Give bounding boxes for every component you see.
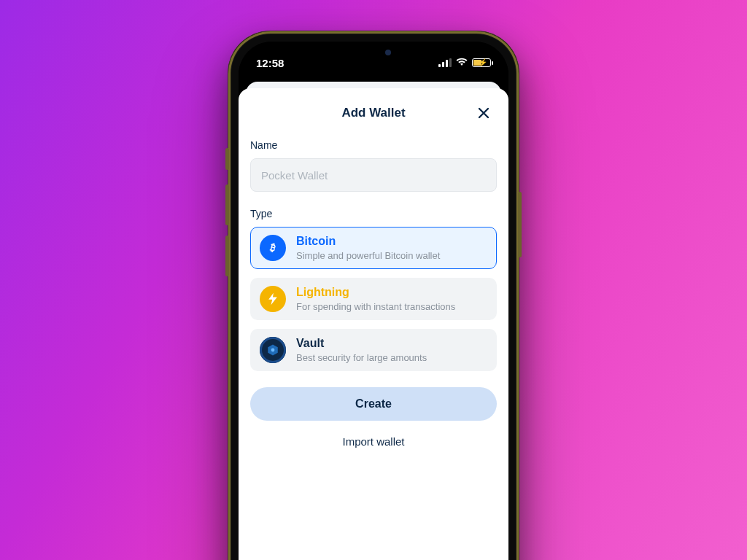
lightning-icon (260, 286, 286, 312)
wallet-type-title: Lightning (296, 286, 455, 299)
import-wallet-link[interactable]: Import wallet (250, 435, 497, 448)
type-label: Type (250, 208, 497, 219)
name-label: Name (250, 139, 497, 151)
wallet-type-texts: Bitcoin Simple and powerful Bitcoin wall… (296, 235, 440, 260)
wallet-type-title: Bitcoin (296, 235, 440, 248)
wallet-type-desc: For spending with instant transactions (296, 301, 455, 312)
cellular-icon (438, 58, 452, 67)
wallet-type-lightning[interactable]: Lightning For spending with instant tran… (250, 278, 497, 320)
wallet-type-texts: Vault Best security for large amounts (296, 337, 427, 362)
wallet-type-texts: Lightning For spending with instant tran… (296, 286, 455, 311)
wallet-type-desc: Best security for large amounts (296, 352, 427, 363)
bitcoin-icon: ₿ (260, 235, 286, 261)
wallet-name-input[interactable] (250, 158, 497, 192)
camera-dot (385, 50, 391, 55)
battery-icon: ⚡ (472, 58, 491, 67)
modal-header: Add Wallet (250, 100, 497, 126)
modal-title: Add Wallet (341, 106, 405, 120)
phone-notch (311, 42, 436, 63)
svg-point-2 (271, 349, 275, 352)
phone-volume-up (225, 184, 229, 225)
app-stage: 12:58 ⚡ Add Wallet Name (0, 0, 747, 560)
phone-screen: 12:58 ⚡ Add Wallet Name (239, 42, 508, 560)
svg-text:₿: ₿ (268, 241, 276, 253)
close-button[interactable] (473, 103, 494, 123)
phone-power-button (518, 192, 522, 257)
status-time: 12:58 (256, 57, 284, 69)
wifi-icon (456, 58, 468, 69)
add-wallet-modal: Add Wallet Name Type ₿ Bitco (239, 88, 508, 560)
close-icon (477, 106, 490, 120)
type-section: Type ₿ Bitcoin Simple and powerful Bitco… (250, 208, 497, 371)
wallet-type-vault[interactable]: Vault Best security for large amounts (250, 329, 497, 371)
vault-icon (260, 337, 286, 363)
phone-side-switch (225, 148, 229, 170)
phone-volume-down (225, 236, 229, 276)
create-button[interactable]: Create (250, 387, 497, 421)
wallet-type-bitcoin[interactable]: ₿ Bitcoin Simple and powerful Bitcoin wa… (250, 227, 497, 269)
wallet-type-title: Vault (296, 337, 427, 350)
phone-mockup: 12:58 ⚡ Add Wallet Name (228, 31, 519, 560)
wallet-type-desc: Simple and powerful Bitcoin wallet (296, 250, 440, 261)
status-indicators: ⚡ (438, 58, 491, 69)
